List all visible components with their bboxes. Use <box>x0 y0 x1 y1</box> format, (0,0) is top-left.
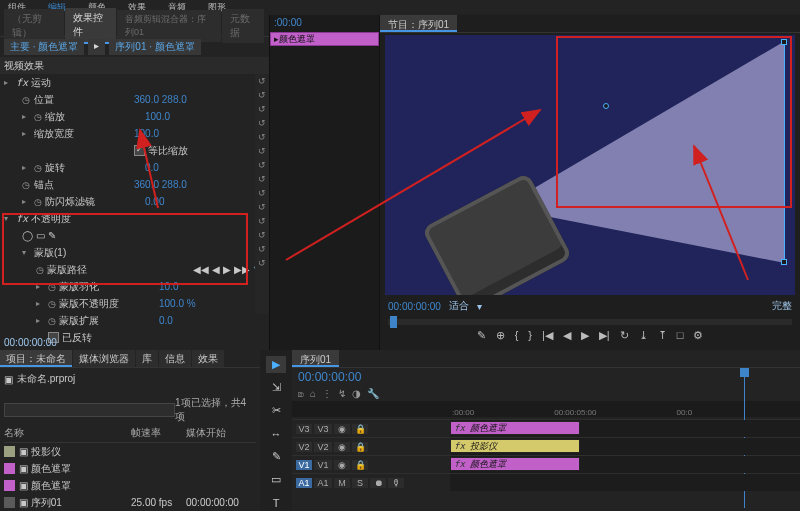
resolution-dropdown[interactable]: 完整 <box>772 299 792 313</box>
item-count: 1项已选择，共4项 <box>175 396 256 424</box>
video-effects-header: 视频效果 <box>0 57 269 74</box>
out-point-icon[interactable]: } <box>528 329 532 342</box>
tab-media-browser[interactable]: 媒体浏览器 <box>73 350 135 367</box>
overwrite-icon[interactable]: ◑ <box>352 388 361 399</box>
export-frame-icon[interactable]: □ <box>677 329 684 342</box>
effect-controls-timeline: :00:00 ▸ 颜色遮罩 <box>270 15 380 350</box>
in-point-icon[interactable]: { <box>515 329 519 342</box>
timeline-panel: 序列01 00:00:00:00 ⎄ ⌂ ⋮ ↯ ◑ 🔧 :00:0000:00… <box>292 350 800 511</box>
time-ruler[interactable]: :00:0000:00:05:0000:0 <box>292 401 800 417</box>
tab-metadata[interactable]: 元数据 <box>222 9 264 43</box>
wrench-icon[interactable]: 🔧 <box>367 388 379 399</box>
audio-track[interactable]: A1A1MS⏺🎙 <box>292 473 800 491</box>
project-item[interactable]: ▣ 颜色遮罩 <box>4 460 256 477</box>
step-fwd-icon[interactable]: ▶| <box>599 329 610 342</box>
mask-vertex[interactable] <box>781 259 787 265</box>
loop-icon[interactable]: ↻ <box>620 329 629 342</box>
play-icon[interactable]: ▶ <box>581 329 589 342</box>
program-timecode[interactable]: 00:00:00:00 <box>388 301 441 312</box>
rectangle-tool-icon[interactable]: ▭ <box>266 471 286 488</box>
timeline-tools: ⎄ ⌂ ⋮ ↯ ◑ 🔧 <box>292 386 800 401</box>
linked-selection-icon[interactable]: ⌂ <box>310 388 316 399</box>
zoom-fit-dropdown[interactable]: 适合 <box>449 299 469 313</box>
marker-icon[interactable]: ⋮ <box>322 388 332 399</box>
track-select-tool-icon[interactable]: ⇲ <box>266 379 286 396</box>
pen-tool-icon[interactable]: ✎ <box>266 448 286 465</box>
video-track[interactable]: V1V1◉🔒颜色遮罩 <box>292 455 800 473</box>
footer-timecode[interactable]: 00:00:00:00 <box>4 337 57 348</box>
program-transport: ✎ ⊕ { } |◀ ◀ ▶ ▶| ↻ ⤓ ⤒ □ ⚙ <box>380 329 800 342</box>
mini-clip[interactable]: ▸ 颜色遮罩 <box>270 32 379 46</box>
project-columns[interactable]: 名称帧速率媒体开始 <box>4 424 256 443</box>
video-track[interactable]: V3V3◉🔒颜色遮罩 <box>292 419 800 437</box>
step-back-icon[interactable]: ◀ <box>563 329 571 342</box>
annotation-box <box>2 213 248 285</box>
project-name: 未命名.prproj <box>17 372 75 386</box>
insert-icon[interactable]: ↯ <box>338 388 346 399</box>
effect-controls-panel: （无剪辑） 效果控件 音频剪辑混合器：序列01 元数据 主要 · 颜色遮罩 ▸ … <box>0 15 270 350</box>
tab-audio-mixer[interactable]: 音频剪辑混合器：序列01 <box>117 10 221 42</box>
search-input[interactable] <box>4 403 175 417</box>
reset-icon[interactable]: ↺ <box>258 76 266 86</box>
tab-sequence[interactable]: 序列01 <box>292 350 339 367</box>
fx-motion[interactable]: ▸fx 运动 <box>0 74 269 91</box>
extract-icon[interactable]: ⤒ <box>658 329 667 342</box>
mark-in-icon[interactable]: ✎ <box>477 329 486 342</box>
tab-source[interactable]: （无剪辑） <box>4 9 64 43</box>
bin-icon: ▣ <box>4 374 13 385</box>
tab-effects[interactable]: 效果 <box>192 350 224 367</box>
project-panel: 项目：未命名 媒体浏览器 库 信息 效果 ▣ 未命名.prproj 1项已选择，… <box>0 350 260 511</box>
settings-icon[interactable]: ⚙ <box>693 329 703 342</box>
razor-tool-icon[interactable]: ✂ <box>266 402 286 419</box>
selection-tool-icon[interactable]: ▶ <box>266 356 286 373</box>
annotation-box <box>556 36 792 208</box>
type-tool-icon[interactable]: T <box>266 494 286 511</box>
project-item[interactable]: ▣ 序列0125.00 fps00:00:00:00 <box>4 494 256 511</box>
program-scrubber[interactable] <box>388 319 792 325</box>
lift-icon[interactable]: ⤓ <box>639 329 648 342</box>
tools-panel: ▶ ⇲ ✂ ↔ ✎ ▭ T <box>260 350 292 511</box>
tab-info[interactable]: 信息 <box>159 350 191 367</box>
go-in-icon[interactable]: |◀ <box>542 329 553 342</box>
video-track[interactable]: V2V2◉🔒投影仪 <box>292 437 800 455</box>
slip-tool-icon[interactable]: ↔ <box>266 425 286 442</box>
tab-library[interactable]: 库 <box>136 350 158 367</box>
add-marker-icon[interactable]: ⊕ <box>496 329 505 342</box>
uniform-scale-checkbox[interactable] <box>134 145 145 156</box>
project-item[interactable]: ▣ 颜色遮罩 <box>4 477 256 494</box>
project-item[interactable]: ▣ 投影仪 <box>4 443 256 460</box>
keyframe-reset-column: ↺↺↺↺↺↺↺↺↺↺↺↺↺↺ <box>255 74 269 314</box>
snap-icon[interactable]: ⎄ <box>298 388 304 399</box>
sequence-timecode[interactable]: 00:00:00:00 <box>298 370 361 384</box>
tab-project[interactable]: 项目：未命名 <box>0 350 72 367</box>
tab-program[interactable]: 节目：序列01 <box>380 15 457 32</box>
